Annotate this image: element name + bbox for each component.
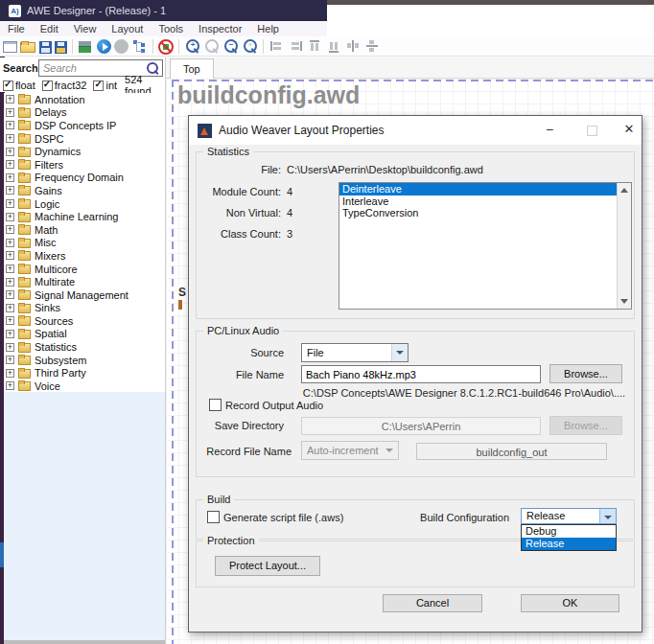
build-config-combo[interactable]: Release xyxy=(521,508,617,524)
record-output-checkbox[interactable] xyxy=(209,399,222,411)
tree-item[interactable]: + Delays xyxy=(4,106,165,120)
protect-layout-button[interactable]: Protect Layout... xyxy=(215,556,320,576)
listbox-scrollbar[interactable] xyxy=(617,183,631,309)
tree-item[interactable]: + Voice xyxy=(4,380,165,393)
tree-item[interactable]: + Dynamics xyxy=(4,145,165,158)
align-left-icon[interactable] xyxy=(269,38,285,55)
align-right-icon[interactable] xyxy=(288,38,304,55)
ok-button[interactable]: OK xyxy=(521,594,619,612)
expand-plus-icon[interactable]: + xyxy=(6,225,14,234)
dropdown-option[interactable]: Debug xyxy=(522,525,616,538)
menu-item[interactable]: Inspector xyxy=(191,23,249,34)
tree-item[interactable]: + Subsystem xyxy=(4,354,165,367)
menu-item[interactable]: Edit xyxy=(33,23,66,34)
expand-plus-icon[interactable]: + xyxy=(6,316,14,325)
expand-plus-icon[interactable]: + xyxy=(6,213,14,221)
menu-item[interactable]: File xyxy=(0,23,33,34)
expand-plus-icon[interactable]: + xyxy=(6,199,14,208)
open-icon[interactable] xyxy=(20,38,36,55)
expand-plus-icon[interactable]: + xyxy=(6,251,14,260)
distribute-vertical-icon[interactable] xyxy=(364,38,381,55)
filter-checkbox-group[interactable]: ✓ float xyxy=(3,80,35,91)
tree-item[interactable]: + Signal Management xyxy=(4,288,165,302)
expand-plus-icon[interactable]: + xyxy=(6,134,14,143)
tree-item[interactable]: + Sources xyxy=(4,314,165,328)
expand-plus-icon[interactable]: + xyxy=(6,330,14,338)
filter-checkbox-group[interactable]: ✓ fract32 xyxy=(42,80,87,91)
zoom-in-icon[interactable] xyxy=(184,38,200,55)
expand-plus-icon[interactable]: + xyxy=(6,121,14,129)
expand-plus-icon[interactable]: + xyxy=(6,278,14,287)
new-layout-icon[interactable] xyxy=(3,41,17,53)
cancel-button[interactable]: Cancel xyxy=(383,594,482,612)
tree-item[interactable]: + Sinks xyxy=(4,302,165,315)
tree-item[interactable]: + Mixers xyxy=(4,249,165,263)
expand-plus-icon[interactable]: + xyxy=(6,186,14,195)
disconnect-icon[interactable] xyxy=(158,39,174,55)
menu-item[interactable]: Tools xyxy=(151,23,191,34)
align-top-icon[interactable] xyxy=(307,38,323,55)
tree-item[interactable]: + Spatial xyxy=(4,328,165,341)
tree-item[interactable]: + Math xyxy=(4,223,165,237)
expand-plus-icon[interactable]: + xyxy=(6,148,14,156)
tree-item[interactable]: + Filters xyxy=(4,158,165,172)
checkbox-checked-icon[interactable]: ✓ xyxy=(42,80,53,91)
scroll-down-icon[interactable] xyxy=(620,299,628,304)
close-button[interactable]: ✕ xyxy=(615,116,643,145)
tree-item[interactable]: + Statistics xyxy=(4,340,165,354)
expand-plus-icon[interactable]: + xyxy=(6,304,14,312)
zoom-out-icon[interactable] xyxy=(222,38,239,55)
chevron-down-icon[interactable] xyxy=(391,344,408,361)
expand-plus-icon[interactable]: + xyxy=(6,264,14,273)
tree-item[interactable]: + Third Party xyxy=(4,366,165,380)
chevron-down-icon[interactable] xyxy=(599,509,616,523)
tree-item[interactable]: + Annotation xyxy=(4,93,165,106)
tab-top[interactable]: Top xyxy=(170,58,214,79)
menu-item[interactable]: View xyxy=(66,23,105,34)
generate-script-checkbox[interactable] xyxy=(207,511,220,523)
zoom-fit-icon[interactable] xyxy=(242,38,258,55)
browse-button[interactable]: Browse... xyxy=(549,364,622,383)
zoom-reset-icon[interactable] xyxy=(203,38,220,55)
expand-plus-icon[interactable]: + xyxy=(6,95,14,104)
module-class-item[interactable]: Interleave xyxy=(339,196,617,208)
dialog-titlebar[interactable]: Audio Weaver Layout Properties xyxy=(189,116,642,145)
tree-item[interactable]: + Machine Learning xyxy=(4,210,165,223)
menu-item[interactable]: Help xyxy=(249,23,287,34)
tree-item[interactable]: + Multicore xyxy=(4,263,165,276)
connect-icon[interactable] xyxy=(78,38,94,55)
module-class-item[interactable]: TypeConversion xyxy=(339,207,617,219)
expand-plus-icon[interactable]: + xyxy=(6,108,14,117)
distribute-horizontal-icon[interactable] xyxy=(345,38,362,55)
tree-item[interactable]: + DSP Concepts IP xyxy=(4,119,165,132)
align-bottom-icon[interactable] xyxy=(326,38,342,55)
filter-checkbox-group[interactable]: ✓ int xyxy=(93,80,117,91)
play-icon[interactable] xyxy=(97,39,111,54)
file-name-input[interactable]: Bach Piano 48kHz.mp3 xyxy=(301,365,541,383)
dropdown-option[interactable]: Release xyxy=(522,538,616,550)
save-as-icon[interactable] xyxy=(55,41,67,54)
expand-plus-icon[interactable]: + xyxy=(6,290,14,299)
tree-item[interactable]: + Frequency Domain xyxy=(4,172,165,185)
tree-item[interactable]: + Multirate xyxy=(4,275,165,288)
expand-plus-icon[interactable]: + xyxy=(6,173,14,182)
tree-item[interactable]: + Gains xyxy=(4,184,165,197)
module-class-listbox[interactable]: Deinterleave Interleave TypeConversion xyxy=(339,182,632,310)
source-combo[interactable]: File xyxy=(301,343,409,362)
profile-icon[interactable] xyxy=(131,38,148,55)
tree-item[interactable]: + Logic xyxy=(4,197,165,211)
tree-item[interactable]: + DSPC xyxy=(4,132,165,146)
expand-plus-icon[interactable]: + xyxy=(6,343,14,352)
scroll-up-icon[interactable] xyxy=(620,188,628,193)
titlebar[interactable]: A) AWE Designer - (Release) - 1 xyxy=(0,0,327,21)
save-icon[interactable] xyxy=(39,41,52,54)
expand-plus-icon[interactable]: + xyxy=(6,369,14,378)
expand-plus-icon[interactable]: + xyxy=(6,160,14,169)
expand-plus-icon[interactable]: + xyxy=(6,381,14,390)
expand-plus-icon[interactable]: + xyxy=(6,356,14,364)
checkbox-checked-icon[interactable]: ✓ xyxy=(93,80,104,91)
stop-icon[interactable] xyxy=(114,39,128,54)
tree-item[interactable]: + Misc xyxy=(4,237,165,250)
menu-item[interactable]: Layout xyxy=(104,23,151,34)
checkbox-checked-icon[interactable]: ✓ xyxy=(3,80,13,91)
